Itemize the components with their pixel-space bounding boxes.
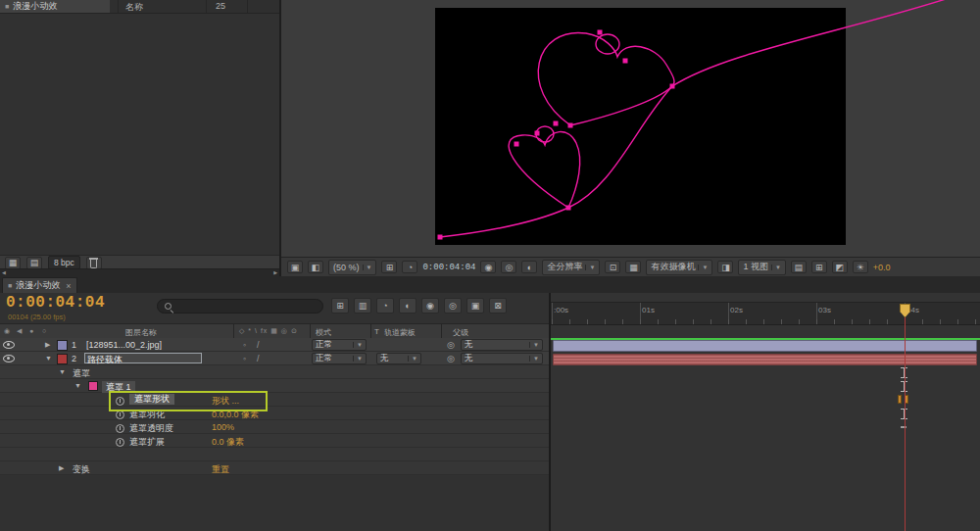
bit-depth-button[interactable]: 8 bpc xyxy=(48,256,80,269)
hide-shy-layers-button[interactable]: ◐ xyxy=(399,298,416,314)
mask-visibility-icon: ◔ xyxy=(408,263,413,272)
transparency-grid-button[interactable]: ▦ xyxy=(625,261,641,273)
blend-mode-value: 正常 xyxy=(316,353,332,364)
view-layout-select[interactable]: 1 视图 ▼ xyxy=(738,260,785,275)
twirl-closed-icon[interactable]: ▶ xyxy=(45,341,50,349)
viewer-timecode[interactable]: 0:00:04:04 xyxy=(422,263,475,272)
exposure-value[interactable]: +0.0 xyxy=(873,263,891,272)
mask-shape-row[interactable]: 遮罩形状 形状 ... xyxy=(0,393,549,407)
interpret-footage-button[interactable]: ▦ xyxy=(5,257,21,269)
keyframe-icon[interactable] xyxy=(901,426,906,428)
timeline-button[interactable]: ⊞ xyxy=(811,261,827,273)
snapshot-icon: ◉ xyxy=(485,263,493,272)
transform-reset[interactable]: 重置 xyxy=(212,463,229,476)
timeline-tab[interactable]: ■ 浪漫小动效 × xyxy=(2,277,77,293)
blend-mode-value: 正常 xyxy=(316,339,332,351)
close-icon[interactable]: × xyxy=(66,281,71,291)
mask-expansion-row[interactable]: 遮罩扩展 0.0 像素 xyxy=(0,434,549,448)
stopwatch-icon[interactable] xyxy=(116,409,124,419)
parent-select[interactable]: 无 ▼ xyxy=(461,339,543,351)
column-header-name[interactable]: 名称 xyxy=(125,1,143,14)
chevron-down-icon: ▼ xyxy=(363,265,372,270)
quality-switch-icon[interactable]: / xyxy=(257,354,260,363)
mask-visibility-button[interactable]: ◔ xyxy=(402,261,417,273)
panel-icon: ■ xyxy=(8,282,12,289)
auto-keyframe-button[interactable]: ▣ xyxy=(466,298,484,314)
track-matte-select[interactable]: 无 ▼ xyxy=(376,353,421,364)
parent-value: 无 xyxy=(465,339,473,351)
eye-icon[interactable] xyxy=(3,355,15,362)
transform-row[interactable]: ▶ 变换 重置 xyxy=(0,461,549,475)
project-panel-tab[interactable]: ■ 浪漫小动效 xyxy=(0,0,110,13)
collapse-switch-icon[interactable]: ◦ xyxy=(243,354,246,363)
graph-editor-button[interactable]: ⊠ xyxy=(489,298,507,314)
parent-select[interactable]: 无 ▼ xyxy=(461,353,543,364)
search-input[interactable] xyxy=(177,301,317,313)
show-snapshot-button[interactable]: ◎ xyxy=(501,261,516,273)
reset-exposure-button[interactable]: ☀ xyxy=(853,261,868,273)
mask1-row[interactable]: ▼ 遮罩 1 xyxy=(0,379,549,393)
mask-opacity-row[interactable]: 遮罩透明度 100% xyxy=(0,420,549,434)
project-items-area[interactable] xyxy=(0,14,279,255)
new-folder-button[interactable]: ▤ xyxy=(26,257,42,269)
eye-icon[interactable] xyxy=(3,341,15,349)
stopwatch-icon[interactable] xyxy=(116,436,124,447)
parent-pickwhip-icon[interactable]: ◎ xyxy=(447,340,455,350)
layer-row-1[interactable]: ▶ 1 [128951...00_2.jpg] ◦ / 正常 ▼ ◎ 无 xyxy=(0,338,549,352)
timeline-toolbar-icons: ⊞ ▥ ◔ ◐ ◉ ◎ ▣ ⊠ xyxy=(331,298,507,314)
parent-pickwhip-icon[interactable]: ◎ xyxy=(447,354,455,363)
blend-mode-select[interactable]: 正常 ▼ xyxy=(312,353,367,364)
layer2-duration-bar[interactable] xyxy=(553,354,977,365)
snapshot-button[interactable]: ◉ xyxy=(480,261,496,273)
camera-select[interactable]: 有效摄像机 ▼ xyxy=(646,260,712,275)
layer-name-field[interactable]: 路径载体 xyxy=(84,353,202,363)
scroll-right-icon[interactable]: ▶ xyxy=(273,269,277,276)
twirl-closed-icon[interactable]: ▶ xyxy=(59,464,64,472)
layer-row-2[interactable]: ▼ 2 路径载体 ◦ / 正常 ▼ 无 xyxy=(0,352,549,365)
composition-mini-flowchart-button[interactable]: ⊞ xyxy=(331,298,349,314)
twirl-open-icon[interactable]: ▼ xyxy=(74,382,81,389)
layer-color-swatch[interactable] xyxy=(57,354,68,364)
layer-color-swatch[interactable] xyxy=(57,340,68,351)
twirl-open-icon[interactable]: ▼ xyxy=(59,368,66,375)
mask-shape-label[interactable]: 遮罩形状 xyxy=(129,394,174,405)
region-of-interest-button[interactable]: ⊡ xyxy=(605,261,620,273)
frame-blend-button[interactable]: ◉ xyxy=(421,298,439,314)
delete-button[interactable] xyxy=(86,257,102,269)
blend-mode-select[interactable]: 正常 ▼ xyxy=(312,339,367,351)
pixel-aspect-button[interactable]: ◨ xyxy=(717,261,733,273)
live-update-button[interactable]: ▥ xyxy=(354,298,371,314)
collapse-switch-icon[interactable]: ◦ xyxy=(243,340,246,350)
draft-3d-icon: ◔ xyxy=(382,301,387,311)
masks-group-row[interactable]: ▼ 遮罩 xyxy=(0,365,549,379)
layer-name[interactable]: [128951...00_2.jpg] xyxy=(86,340,162,350)
project-horizontal-scrollbar[interactable]: ◀ ▶ xyxy=(0,268,279,276)
show-channels-button[interactable]: ◐ xyxy=(521,261,537,273)
stopwatch-icon[interactable] xyxy=(116,395,124,406)
empty-row xyxy=(0,448,549,461)
composition-canvas[interactable] xyxy=(281,0,980,257)
fast-previews-button[interactable]: ▤ xyxy=(791,261,807,273)
stopwatch-icon[interactable] xyxy=(116,422,124,433)
grid-guides-button[interactable]: ⊞ xyxy=(381,261,397,273)
current-time-display[interactable]: 0:00:04:04 xyxy=(6,294,105,312)
time-ruler[interactable]: :00s 01s 02s 03s 04s xyxy=(551,302,980,325)
quality-switch-icon[interactable]: / xyxy=(257,340,260,350)
camera-value: 有效摄像机 xyxy=(651,261,695,273)
ruler-label: :00s xyxy=(554,306,568,314)
resolution-select[interactable]: 全分辨率 ▼ xyxy=(542,260,600,275)
zoom-select[interactable]: (50 %) ▼ xyxy=(328,260,376,275)
mask-opacity-value[interactable]: 100% xyxy=(212,422,234,432)
flowchart-button[interactable]: ◩ xyxy=(832,261,848,273)
draft-3d-button[interactable]: ◔ xyxy=(376,298,394,314)
twirl-open-icon[interactable]: ▼ xyxy=(45,355,52,362)
transform-label[interactable]: 变换 xyxy=(73,463,90,476)
scroll-left-icon[interactable]: ◀ xyxy=(2,269,6,276)
main-view-button[interactable]: ◧ xyxy=(308,261,323,273)
motion-blur-button[interactable]: ◎ xyxy=(444,298,462,314)
keyframe-icon[interactable] xyxy=(898,395,902,404)
mask-feather-row[interactable]: 遮罩羽化 0.0,0.0 像素 xyxy=(0,407,549,420)
always-preview-button[interactable]: ▣ xyxy=(287,261,303,273)
layer1-duration-bar[interactable] xyxy=(553,340,977,352)
mask-color-swatch[interactable] xyxy=(88,381,98,391)
